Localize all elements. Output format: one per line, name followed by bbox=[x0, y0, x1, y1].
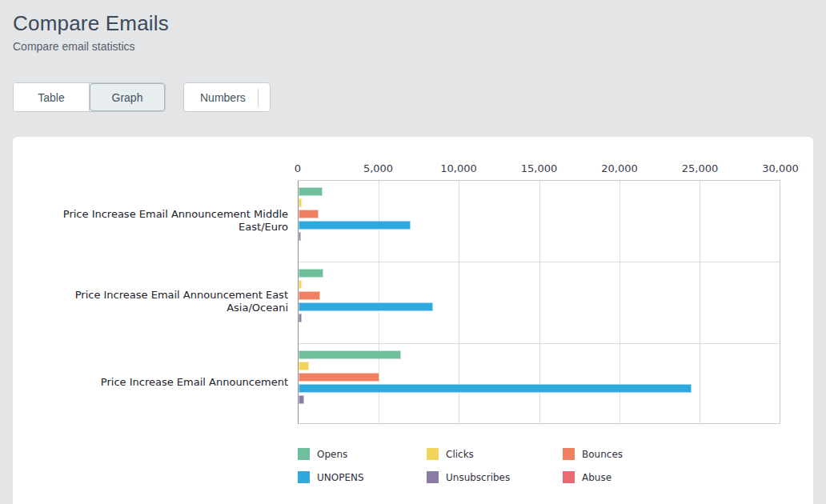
label-gap bbox=[288, 180, 298, 424]
x-tick-label: 15,000 bbox=[521, 162, 558, 174]
legend-item-unsubscribes: Unsubscribes bbox=[427, 471, 563, 483]
legend-item-bounces: Bounces bbox=[563, 448, 813, 460]
bar-slot bbox=[299, 302, 780, 311]
tab-table[interactable]: Table bbox=[14, 83, 89, 111]
category-label: Price Increase Email Announcement bbox=[13, 342, 288, 422]
x-tick-label: 5,000 bbox=[363, 162, 393, 174]
bar-clicks bbox=[299, 362, 309, 370]
view-toolbar: Table Graph Numbers bbox=[13, 82, 813, 112]
legend-swatch-bounces bbox=[563, 448, 575, 460]
bar-unsubscribes bbox=[299, 314, 302, 322]
bar-slot bbox=[299, 280, 780, 289]
legend-item-opens: Opens bbox=[298, 448, 427, 460]
bar-slot bbox=[299, 269, 780, 278]
x-tick-label: 20,000 bbox=[601, 162, 638, 174]
bar-unsubscribes bbox=[299, 395, 304, 404]
bar-slot bbox=[299, 187, 780, 196]
bar-clicks bbox=[299, 280, 302, 289]
numbers-button-label: Numbers bbox=[200, 91, 246, 104]
plot-area bbox=[298, 180, 780, 424]
tab-graph[interactable]: Graph bbox=[90, 83, 165, 111]
bar-unsubscribes bbox=[299, 232, 301, 241]
bar-slot bbox=[299, 395, 780, 404]
x-tick-label: 10,000 bbox=[440, 162, 477, 174]
page-subtitle: Compare email statistics bbox=[13, 40, 813, 53]
x-axis: 05,00010,00015,00020,00025,00030,000 bbox=[298, 162, 780, 180]
bar-slot bbox=[299, 314, 780, 322]
category-label: Price Increase Email Announcement Middle… bbox=[13, 180, 288, 261]
bar-group bbox=[299, 343, 780, 425]
legend-label: Opens bbox=[317, 449, 347, 460]
legend-swatch-unopens bbox=[298, 471, 310, 483]
legend-swatch-clicks bbox=[427, 448, 439, 460]
legend-swatch-unsubscribes bbox=[427, 471, 439, 483]
bar-opens bbox=[299, 350, 401, 359]
numbers-button[interactable]: Numbers bbox=[183, 82, 271, 112]
page-root: Compare Emails Compare email statistics … bbox=[0, 0, 826, 504]
bar-slot bbox=[299, 373, 780, 382]
bar-slot bbox=[299, 232, 780, 241]
bar-slot bbox=[299, 325, 780, 334]
legend-item-abuse: Abuse bbox=[563, 471, 813, 483]
bar-slot bbox=[299, 291, 780, 300]
category-label: Price Increase Email Announcement East A… bbox=[13, 261, 288, 342]
page-header: Compare Emails Compare email statistics bbox=[0, 0, 826, 53]
bar-slot bbox=[299, 198, 780, 207]
bar-group bbox=[299, 181, 780, 262]
bar-slot bbox=[299, 350, 780, 359]
bar-bounces bbox=[299, 210, 319, 218]
bar-slot bbox=[299, 406, 780, 415]
x-tick-label: 25,000 bbox=[682, 162, 719, 174]
numbers-divider bbox=[258, 89, 259, 106]
legend-swatch-abuse bbox=[563, 471, 575, 483]
bar-unopens bbox=[299, 302, 433, 311]
bar-opens bbox=[299, 269, 323, 278]
bar-slot bbox=[299, 384, 780, 393]
legend-swatch-opens bbox=[298, 448, 310, 460]
bar-bounces bbox=[299, 373, 379, 382]
chart-card: 05,00010,00015,00020,00025,00030,000 Pri… bbox=[13, 137, 813, 504]
bar-groups bbox=[299, 181, 780, 425]
bar-slot bbox=[299, 221, 780, 230]
bar-slot bbox=[299, 362, 780, 370]
bar-unopens bbox=[299, 221, 411, 230]
legend-label: Unsubscribes bbox=[446, 472, 510, 483]
legend-label: UNOPENS bbox=[317, 472, 364, 483]
legend-item-clicks: Clicks bbox=[427, 448, 563, 460]
x-tick-label: 30,000 bbox=[762, 162, 799, 174]
bar-group bbox=[299, 262, 780, 343]
bar-slot bbox=[299, 210, 780, 218]
chart-legend: OpensClicksBouncesUNOPENSUnsubscribesAbu… bbox=[298, 448, 813, 483]
page-title: Compare Emails bbox=[13, 11, 813, 36]
bar-clicks bbox=[299, 198, 302, 207]
category-labels: Price Increase Email Announcement Middle… bbox=[13, 180, 288, 424]
legend-item-unopens: UNOPENS bbox=[298, 471, 427, 483]
bar-slot bbox=[299, 243, 780, 252]
view-toggle: Table Graph bbox=[13, 82, 166, 112]
bar-opens bbox=[299, 187, 323, 196]
legend-label: Clicks bbox=[446, 449, 474, 460]
x-tick-label: 0 bbox=[295, 162, 301, 174]
bar-unopens bbox=[299, 384, 692, 393]
legend-label: Bounces bbox=[582, 449, 623, 460]
bar-bounces bbox=[299, 291, 320, 300]
legend-label: Abuse bbox=[582, 472, 611, 483]
compare-emails-chart: 05,00010,00015,00020,00025,00030,000 Pri… bbox=[13, 162, 813, 483]
chart-body: Price Increase Email Announcement Middle… bbox=[13, 180, 813, 424]
